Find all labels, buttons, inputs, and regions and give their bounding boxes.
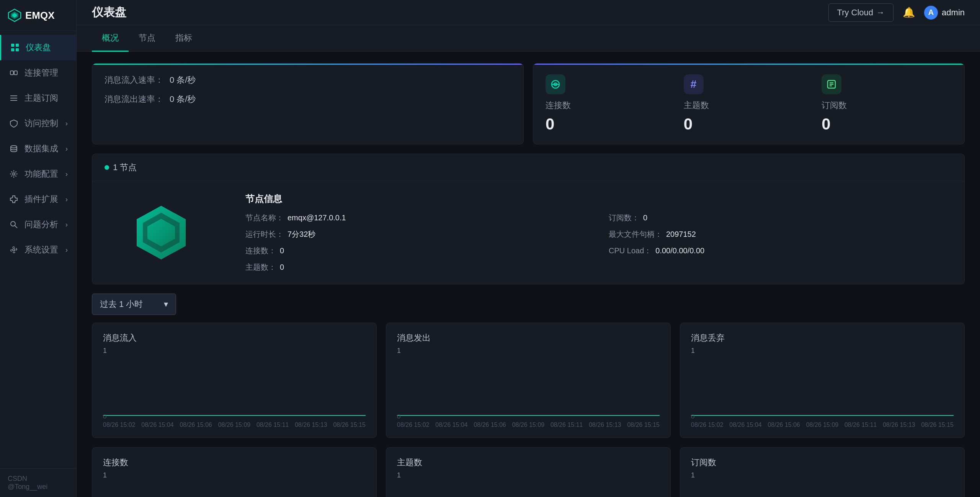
database-icon (8, 143, 19, 154)
grid-icon (10, 42, 20, 53)
x-label: 08/26 15:15 (921, 422, 954, 428)
sidebar-item-feature[interactable]: 功能配置 › (0, 161, 76, 187)
tab-metrics[interactable]: 指标 (165, 25, 202, 52)
try-cloud-button[interactable]: Try Cloud → (828, 3, 894, 22)
sidebar-item-topics[interactable]: 主题订阅 (0, 85, 76, 111)
user-info[interactable]: A admin (924, 6, 965, 20)
subscriptions-value: 0 (822, 115, 952, 133)
chevron-down-icon: › (65, 195, 68, 203)
sidebar: EMQX 仪表盘 (0, 0, 77, 497)
x-label: 08/26 15:11 (256, 422, 289, 428)
sidebar-item-dashboard[interactable]: 仪表盘 (0, 35, 76, 60)
chart-msg_drop: 消息丢弃 1 0 08/26 15:0208/26 15:0408/26 15:… (680, 323, 965, 438)
flow-in-item: 消息流入速率： 0 条/秒 (105, 74, 511, 86)
avatar: A (924, 6, 938, 20)
svg-rect-4 (16, 44, 19, 47)
node-subscriptions-item: 订阅数： 0 (609, 213, 949, 223)
chart-area: 0 (691, 358, 954, 419)
svg-rect-7 (10, 71, 13, 75)
notification-icon[interactable]: 🔔 (903, 7, 915, 18)
svg-rect-3 (11, 44, 14, 47)
topics-label: 主题数 (684, 100, 814, 111)
x-label: 08/26 15:06 (180, 422, 212, 428)
svg-point-15 (11, 221, 15, 226)
chevron-down-icon: › (65, 170, 68, 178)
sidebar-item-system[interactable]: 系统设置 › (0, 237, 76, 262)
node-uptime-item: 运行时长： 7分32秒 (245, 229, 586, 239)
time-select-label: 过去 1 小时 (100, 299, 143, 310)
chevron-down-icon: › (65, 120, 68, 128)
x-label: 08/26 15:11 (550, 422, 583, 428)
x-label: 08/26 15:02 (103, 422, 136, 428)
sidebar-footer: CSDN @Tong__wei (0, 468, 76, 497)
sidebar-item-label: 插件扩展 (24, 194, 58, 205)
user-name: admin (942, 8, 965, 18)
x-label: 08/26 15:11 (844, 422, 877, 428)
x-label: 08/26 15:09 (218, 422, 251, 428)
time-filter-row: 过去 1 小时 ▾ (92, 294, 965, 315)
svg-text:0: 0 (103, 413, 107, 419)
node-content: 节点信息 节点名称： emqx@127.0.0.1 订阅数： 0 (92, 181, 964, 284)
chart-y-label: 1 (397, 471, 660, 479)
chart-svg: 0 (691, 482, 954, 497)
node-maxfds-item: 最大文件句柄： 2097152 (609, 229, 949, 239)
counter-subscriptions: 订阅数 0 (822, 74, 952, 133)
chart-area: 0 (397, 358, 660, 419)
chart-y-label: 1 (103, 347, 366, 355)
svg-rect-8 (14, 71, 17, 75)
flow-out-label: 消息流出速率： (105, 93, 163, 105)
node-details: 节点信息 节点名称： emqx@127.0.0.1 订阅数： 0 (230, 181, 964, 284)
dashboard-body: 消息流入速率： 0 条/秒 消息流出速率： 0 条/秒 (77, 52, 980, 497)
link-icon (8, 67, 19, 78)
subscriptions-icon (822, 74, 841, 94)
x-label: 08/26 15:04 (729, 422, 762, 428)
sidebar-item-connections[interactable]: 连接管理 (0, 60, 76, 85)
sidebar-item-access[interactable]: 访问控制 › (0, 111, 76, 136)
chart-x-labels: 08/26 15:0208/26 15:0408/26 15:0608/26 1… (397, 422, 660, 428)
search-icon (8, 219, 19, 230)
chart-y-label: 1 (691, 347, 954, 355)
counter-connections: 连接数 0 (546, 74, 676, 133)
sidebar-item-plugins[interactable]: 插件扩展 › (0, 187, 76, 212)
node-info-title: 节点信息 (245, 193, 949, 205)
topics-value: 0 (684, 115, 814, 133)
counter-topics: # 主题数 0 (684, 74, 814, 133)
node-connections-item: 连接数： 0 (245, 246, 586, 256)
svg-line-16 (15, 226, 18, 228)
x-label: 08/26 15:04 (435, 422, 468, 428)
x-label: 08/26 15:15 (627, 422, 660, 428)
chart-area: 0 (397, 482, 660, 497)
counters-card: 连接数 0 # 主题数 0 (533, 63, 965, 144)
node-cpu-item: CPU Load： 0.00/0.00/0.00 (609, 246, 949, 256)
chart-y-label: 1 (397, 347, 660, 355)
tab-overview[interactable]: 概况 (92, 25, 129, 52)
x-label: 08/26 15:06 (474, 422, 506, 428)
flow-out-value: 0 条/秒 (170, 93, 196, 105)
top-header: 仪表盘 Try Cloud → 🔔 A admin (77, 0, 980, 25)
main-content: 仪表盘 Try Cloud → 🔔 A admin 概况 节点 指标 (77, 0, 980, 497)
flow-in-value: 0 条/秒 (170, 74, 196, 86)
tab-nodes[interactable]: 节点 (129, 25, 165, 52)
chart-svg: 0 (103, 482, 366, 497)
chart-y-label: 1 (103, 471, 366, 479)
svg-rect-6 (16, 48, 19, 51)
chart-svg: 0 (397, 482, 660, 497)
x-label: 08/26 15:09 (512, 422, 545, 428)
sidebar-item-integration[interactable]: 数据集成 › (0, 136, 76, 161)
hexagon-icon (131, 202, 192, 263)
chart-area: 0 (103, 482, 366, 497)
chart-title: 消息丢弃 (691, 332, 954, 344)
chart-title: 消息流入 (103, 332, 366, 344)
charts-row1: 消息流入 1 0 08/26 15:0208/26 15:0408/26 15:… (92, 323, 965, 438)
node-visual (92, 187, 230, 279)
node-topics-item: 主题数： 0 (245, 262, 586, 272)
x-label: 08/26 15:06 (768, 422, 800, 428)
settings-icon (8, 169, 19, 179)
time-select[interactable]: 过去 1 小时 ▾ (92, 294, 176, 315)
chart-connections: 连接数 1 0 08/26 15:0208/26 15:0408/26 15:0… (92, 447, 377, 497)
sidebar-item-analysis[interactable]: 问题分析 › (0, 212, 76, 237)
node-info-grid: 节点名称： emqx@127.0.0.1 订阅数： 0 运行时长： 7分32秒 (245, 213, 949, 272)
chart-msg_out: 消息发出 1 0 08/26 15:0208/26 15:0408/26 15:… (386, 323, 671, 438)
chart-title: 消息发出 (397, 332, 660, 344)
chevron-down-icon: › (65, 246, 68, 254)
